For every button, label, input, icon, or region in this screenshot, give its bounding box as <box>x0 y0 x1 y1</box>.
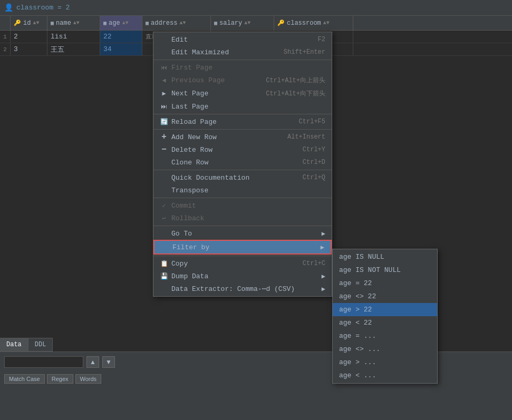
sep7 <box>153 256 332 256</box>
col-header-address[interactable]: ▦ address ▲▼ <box>142 16 211 30</box>
submenu-age-eq-dots[interactable]: age = ... <box>333 329 437 343</box>
menu-last-page[interactable]: ⏭ Last Page <box>153 100 332 113</box>
menu-copy[interactable]: 📋 Copy Ctrl+C <box>153 257 332 270</box>
menu-rollback-label: Rollback <box>171 214 204 222</box>
menu-edit-maximized-shortcut: Shift+Enter <box>284 48 325 56</box>
filter-by-submenu: age IS NULL age IS NOT NULL age = 22 age… <box>332 249 438 384</box>
rollback-icon: ↩ <box>160 214 168 222</box>
submenu-age-gt-22[interactable]: age > 22 <box>333 303 437 316</box>
col-header-rownum <box>0 16 11 30</box>
menu-commit-label: Commit <box>171 202 196 210</box>
menu-data-extractor[interactable]: Data Extractor: Comma-⋯d (CSV) ▶ <box>153 282 332 295</box>
submenu-age-lt-22[interactable]: age < 22 <box>333 316 437 329</box>
clone-row-icon <box>160 158 168 167</box>
context-menu: Edit F2 Edit Maximized Shift+Enter ⏮ Fir… <box>153 32 332 297</box>
col-header-salary[interactable]: ▦ salary ▲▼ <box>211 16 274 30</box>
top-bar: 👤 classroom = 2 <box>0 0 512 16</box>
go-to-arrow: ▶ <box>322 230 325 238</box>
menu-first-page[interactable]: ⏮ First Page <box>153 61 332 74</box>
submenu-age-is-null[interactable]: age IS NULL <box>333 250 437 263</box>
submenu-age-is-not-null[interactable]: age IS NOT NULL <box>333 263 437 277</box>
tab-ddl-label: DDL <box>35 341 46 348</box>
key-icon-id: 🔑 <box>14 19 21 26</box>
menu-prev-page-label: Previous Page <box>171 76 225 84</box>
menu-edit[interactable]: Edit F2 <box>153 33 332 46</box>
menu-next-page-shortcut: Ctrl+Alt+向下箭头 <box>266 89 325 98</box>
transpose-icon <box>160 186 168 194</box>
menu-clone-row[interactable]: Clone Row Ctrl+D <box>153 156 332 169</box>
sort-arrow-classroom: ▲▼ <box>323 20 330 26</box>
prev-page-icon: ◀ <box>160 76 168 85</box>
menu-dump-data[interactable]: 💾 Dump Data ▶ <box>153 270 332 282</box>
top-bar-title: classroom = 2 <box>16 4 70 12</box>
nav-down-button[interactable]: ▼ <box>102 356 115 368</box>
quick-doc-icon <box>160 173 168 182</box>
submenu-age-is-null-label: age IS NULL <box>339 253 384 261</box>
menu-clone-row-label: Clone Row <box>171 159 208 167</box>
tab-data-label: Data <box>6 341 22 348</box>
menu-edit-label: Edit <box>171 36 188 44</box>
menu-commit[interactable]: ✓ Commit <box>153 199 332 212</box>
match-case-pill[interactable]: Match Case <box>4 374 45 384</box>
menu-last-page-label: Last Page <box>171 103 208 111</box>
menu-edit-maximized[interactable]: Edit Maximized Shift+Enter <box>153 46 332 58</box>
menu-rollback[interactable]: ↩ Rollback <box>153 212 332 224</box>
menu-dump-data-label: Dump Data <box>171 272 208 280</box>
menu-quick-doc-shortcut: Ctrl+Q <box>303 174 325 181</box>
submenu-age-neq-22-label: age <> 22 <box>339 292 376 300</box>
menu-add-row[interactable]: + Add New Row Alt+Insert <box>153 131 332 143</box>
submenu-age-eq-22-label: age = 22 <box>339 279 372 287</box>
col-header-id[interactable]: 🔑 id ▲▼ <box>11 16 47 30</box>
regex-pill[interactable]: Regex <box>47 374 73 384</box>
cell-rownum-2: 2 <box>0 43 11 55</box>
col-header-name[interactable]: ▦ name ▲▼ <box>47 16 100 30</box>
submenu-age-lt-dots[interactable]: age < ... <box>333 369 437 382</box>
user-icon: 👤 <box>4 3 13 12</box>
menu-transpose-label: Transpose <box>171 187 208 194</box>
tab-ddl[interactable]: DDL <box>28 338 53 351</box>
sort-arrow-age: ▲▼ <box>122 20 129 26</box>
menu-quick-doc[interactable]: Quick Documentation Ctrl+Q <box>153 171 332 184</box>
dump-data-arrow: ▶ <box>322 272 325 280</box>
menu-quick-doc-label: Quick Documentation <box>171 174 249 182</box>
first-page-icon: ⏮ <box>160 63 168 72</box>
bottom-tabs: Data DDL <box>0 338 53 351</box>
menu-prev-page[interactable]: ◀ Previous Page Ctrl+Alt+向上箭头 <box>153 74 332 87</box>
commit-icon: ✓ <box>160 201 168 210</box>
submenu-age-neq-dots[interactable]: age <> ... <box>333 343 437 356</box>
menu-delete-row-shortcut: Ctrl+Y <box>303 146 325 153</box>
submenu-age-neq-dots-label: age <> ... <box>339 345 380 353</box>
submenu-age-eq-22[interactable]: age = 22 <box>333 277 437 290</box>
menu-next-page-label: Next Page <box>171 90 208 97</box>
menu-delete-row[interactable]: − Delete Row Ctrl+Y <box>153 143 332 156</box>
submenu-age-neq-22[interactable]: age <> 22 <box>333 290 437 303</box>
submenu-age-gt-dots-label: age > ... <box>339 358 376 366</box>
search-input[interactable] <box>4 356 83 368</box>
menu-go-to-label: Go To <box>171 230 192 238</box>
key-icon-classroom: 🔑 <box>277 19 285 26</box>
nav-up-button[interactable]: ▲ <box>86 356 99 368</box>
copy-icon: 📋 <box>160 259 168 268</box>
col-header-age[interactable]: ▦ age ▲▼ <box>100 16 142 30</box>
next-page-icon: ▶ <box>160 90 168 98</box>
menu-go-to[interactable]: Go To ▶ <box>153 227 332 240</box>
sort-arrow-address: ▲▼ <box>179 20 186 26</box>
tab-data[interactable]: Data <box>0 338 28 351</box>
table-icon-salary: ▦ <box>214 20 217 26</box>
menu-reload[interactable]: 🔄 Reload Page Ctrl+F5 <box>153 115 332 128</box>
menu-next-page[interactable]: ▶ Next Page Ctrl+Alt+向下箭头 <box>153 87 332 100</box>
submenu-age-gt-22-label: age > 22 <box>339 306 372 314</box>
menu-transpose[interactable]: Transpose <box>153 184 332 197</box>
menu-filter-by[interactable]: Filter by ▶ <box>153 240 332 255</box>
col-header-classroom[interactable]: 🔑 classroom ▲▼ <box>274 16 353 30</box>
cell-id-1: 2 <box>11 31 47 43</box>
submenu-age-gt-dots[interactable]: age > ... <box>333 356 437 369</box>
words-pill[interactable]: Words <box>75 374 102 384</box>
cell-name-2: 王五 <box>47 43 100 55</box>
sort-arrow-salary: ▲▼ <box>244 20 250 26</box>
menu-add-row-shortcut: Alt+Insert <box>287 133 325 141</box>
sep6 <box>153 226 332 226</box>
table-icon-name: ▦ <box>51 20 54 26</box>
menu-filter-by-label: Filter by <box>172 243 209 251</box>
col-label-classroom: classroom <box>287 19 321 27</box>
